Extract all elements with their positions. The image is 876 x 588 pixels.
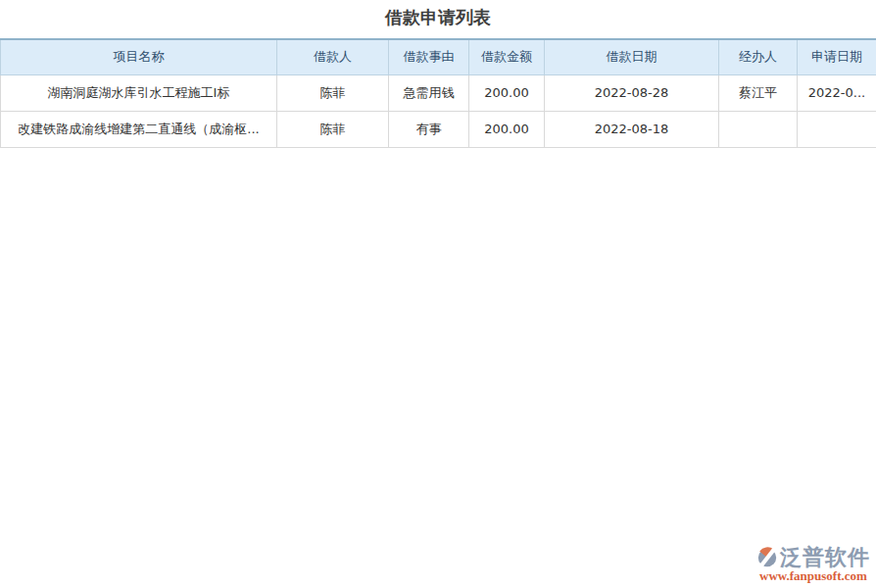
column-header-borrower[interactable]: 借款人 — [277, 39, 389, 74]
cell-amount: 200.00 — [469, 74, 545, 111]
cell-apply-date — [798, 111, 876, 147]
cell-borrower-link[interactable]: 陈菲 — [277, 111, 389, 147]
column-header-reason[interactable]: 借款事由 — [389, 39, 469, 74]
cell-project-name-link[interactable]: 改建铁路成渝线增建第二直通线（成渝枢... — [1, 111, 277, 147]
cell-reason: 有事 — [389, 111, 469, 147]
column-header-amount[interactable]: 借款金额 — [469, 39, 545, 74]
fanpu-logo-url: www.fanpusoft.com — [756, 569, 870, 583]
table-row: 改建铁路成渝线增建第二直通线（成渝枢... 陈菲 有事 200.00 2022-… — [1, 111, 876, 147]
cell-loan-date: 2022-08-28 — [545, 74, 719, 111]
column-header-apply-date[interactable]: 申请日期 — [798, 39, 876, 74]
cell-borrower-link[interactable]: 陈菲 — [277, 74, 389, 111]
cell-loan-date: 2022-08-18 — [545, 111, 719, 147]
cell-project-name-link[interactable]: 湖南洞庭湖水库引水工程施工I标 — [1, 74, 277, 111]
cell-amount: 200.00 — [469, 111, 545, 147]
loan-application-table: 项目名称 借款人 借款事由 借款金额 借款日期 经办人 申请日期 湖南洞庭湖水库… — [0, 38, 876, 148]
column-header-handler[interactable]: 经办人 — [719, 39, 798, 74]
fanpu-watermark: 泛普软件 www.fanpusoft.com — [756, 546, 870, 583]
cell-apply-date: 2022-0... — [798, 74, 876, 111]
column-header-loan-date[interactable]: 借款日期 — [545, 39, 719, 74]
cell-handler: 蔡江平 — [719, 74, 798, 111]
table-header-row: 项目名称 借款人 借款事由 借款金额 借款日期 经办人 申请日期 — [1, 39, 876, 74]
page-title: 借款申请列表 — [0, 0, 876, 38]
fanpu-logo-text: 泛普软件 — [780, 546, 870, 569]
fanpu-logo-icon — [756, 547, 778, 568]
cell-reason: 急需用钱 — [389, 74, 469, 111]
cell-handler — [719, 111, 798, 147]
column-header-project-name[interactable]: 项目名称 — [1, 39, 277, 74]
table-row: 湖南洞庭湖水库引水工程施工I标 陈菲 急需用钱 200.00 2022-08-2… — [1, 74, 876, 111]
